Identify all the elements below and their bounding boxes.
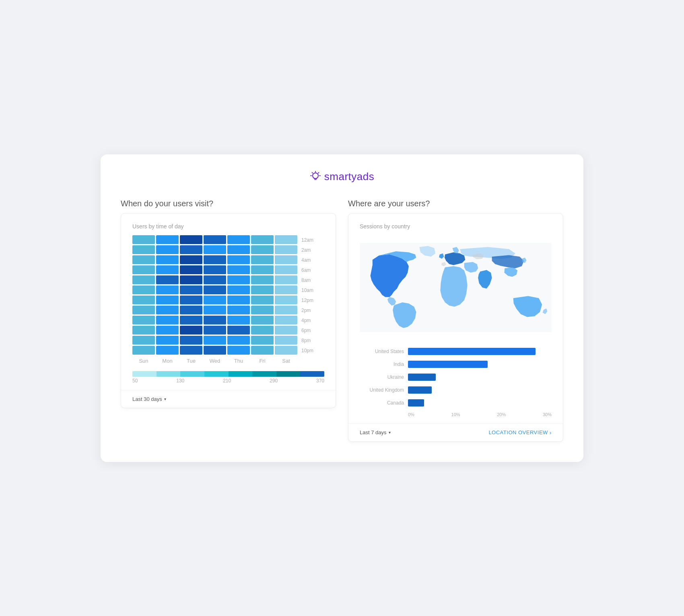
legend-numbers: 50 130 210 290 370 (132, 378, 324, 384)
logo-text: smartyads (324, 170, 374, 183)
left-panel-inner: Users by time of day SunMonTueWedThuFriS… (121, 214, 336, 384)
svg-line-3 (318, 172, 319, 173)
time-label: 8pm (301, 336, 313, 346)
x-axis-label: 30% (543, 412, 552, 417)
day-label: Sat (275, 358, 297, 364)
heatmap-cell (251, 245, 274, 254)
heatmap-title: Users by time of day (132, 223, 324, 230)
legend-seg-3 (180, 371, 204, 377)
heatmap-cell (227, 306, 250, 314)
time-label: 2am (301, 245, 313, 255)
time-label: 12pm (301, 296, 313, 306)
heatmap-cell (227, 275, 250, 284)
bar-row: United States (360, 348, 548, 355)
heatmap-cell (275, 306, 297, 314)
left-panel: Users by time of day SunMonTueWedThuFriS… (121, 213, 336, 408)
heatmap-cell (156, 235, 179, 244)
heatmap-cell (180, 336, 202, 345)
world-map (360, 235, 552, 340)
heatmap-cell (132, 326, 155, 335)
right-panel-wrapper: Where are your users? Sessions by countr… (348, 199, 563, 442)
bar-fill (408, 374, 436, 381)
left-panel-footer: Last 30 days ▾ (121, 390, 336, 408)
heatmap-cell (204, 296, 226, 304)
legend-seg-2 (157, 371, 181, 377)
heatmap-cell (251, 316, 274, 324)
heatmap-cell (156, 265, 179, 274)
heatmap-cell (227, 296, 250, 304)
heatmap-cell (156, 255, 179, 264)
legend-seg-6 (252, 371, 276, 377)
heatmap-cell (180, 326, 202, 335)
heatmap-cell (180, 245, 202, 254)
day-label: Sun (132, 358, 155, 364)
heatmap-cell (204, 336, 226, 345)
heatmap-grid-wrapper: SunMonTueWedThuFriSat (132, 235, 297, 368)
heatmap-cell (251, 285, 274, 294)
heatmap-cell (227, 255, 250, 264)
legend-v2: 130 (176, 378, 184, 384)
left-section-title: When do your users visit? (121, 199, 336, 208)
map-svg (360, 235, 552, 340)
bar-country-label: Canada (360, 400, 404, 406)
left-footer-dropdown[interactable]: Last 30 days ▾ (132, 396, 166, 402)
heatmap-cell (156, 336, 179, 345)
bar-country-label: United Kingdom (360, 387, 404, 393)
legend-seg-5 (229, 371, 253, 377)
time-label: 4am (301, 255, 313, 265)
heatmap-cell (132, 235, 155, 244)
bar-row: United Kingdom (360, 386, 548, 394)
bar-row: India (360, 361, 548, 368)
time-label: 6pm (301, 326, 313, 336)
bar-track (408, 361, 548, 368)
heatmap-cell (204, 306, 226, 314)
heatmap-cell (227, 285, 250, 294)
bar-track (408, 399, 548, 407)
right-section-title: Where are your users? (348, 199, 563, 208)
bar-fill (408, 386, 432, 394)
x-axis-label: 10% (451, 412, 460, 417)
heatmap-cell (156, 346, 179, 355)
heatmap-cell (251, 346, 274, 355)
heatmap-cell (132, 285, 155, 294)
left-panel-wrapper: When do your users visit? Users by time … (121, 199, 336, 442)
time-label: 10pm (301, 346, 313, 356)
x-axis-label: 0% (408, 412, 414, 417)
heatmap-cell (251, 235, 274, 244)
heatmap-area: SunMonTueWedThuFriSat 12am2am4am6am8am10… (132, 235, 324, 368)
heatmap-cell (275, 285, 297, 294)
heatmap-cell (275, 296, 297, 304)
heatmap-cell (251, 265, 274, 274)
time-label: 8am (301, 275, 313, 285)
chevron-down-icon-right: ▾ (389, 430, 391, 435)
heatmap-cell (275, 265, 297, 274)
time-label: 10am (301, 285, 313, 296)
bar-chart: United StatesIndiaUkraineUnited KingdomC… (360, 348, 552, 407)
bar-country-label: United States (360, 349, 404, 354)
time-label: 4pm (301, 316, 313, 326)
heatmap-cell (227, 245, 250, 254)
heatmap-cell (132, 336, 155, 345)
svg-point-0 (313, 173, 318, 179)
bar-row: Canada (360, 399, 548, 407)
map-chart-title: Sessions by country (360, 223, 552, 230)
heatmap-cell (132, 255, 155, 264)
heatmap-cell (156, 306, 179, 314)
heatmap-cell (275, 346, 297, 355)
day-label: Mon (156, 358, 179, 364)
heatmap-cell (227, 316, 250, 324)
right-footer-dropdown[interactable]: Last 7 days ▾ (360, 429, 391, 435)
heatmap-cell (132, 346, 155, 355)
heatmap-cell (227, 265, 250, 274)
location-overview-link[interactable]: LOCATION OVERVIEW › (488, 429, 552, 436)
heatmap-cell (156, 296, 179, 304)
heatmap-cell (227, 346, 250, 355)
heatmap-cell (180, 346, 202, 355)
heatmap-cell (275, 235, 297, 244)
heatmap-cell (180, 265, 202, 274)
heatmap-cell (227, 235, 250, 244)
heatmap-cell (156, 326, 179, 335)
time-label: 2pm (301, 306, 313, 316)
legend-seg-1 (132, 371, 157, 377)
bar-track (408, 348, 548, 355)
